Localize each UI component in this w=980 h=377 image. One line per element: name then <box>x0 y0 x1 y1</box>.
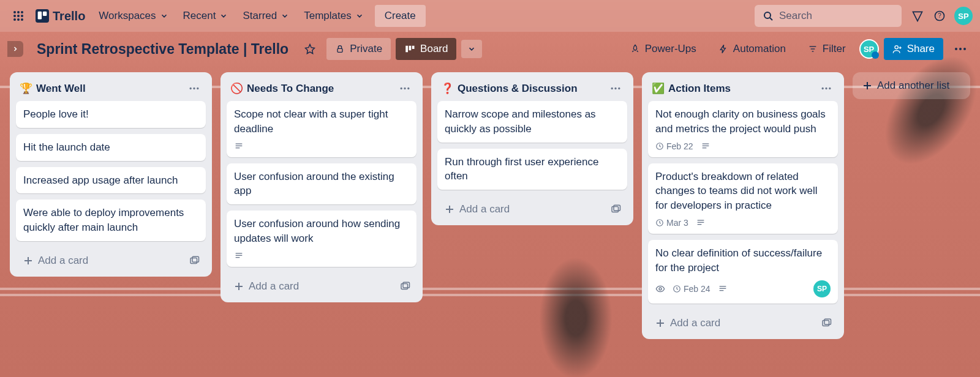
description-icon <box>234 251 244 261</box>
power-ups-button[interactable]: Power-Ups <box>622 38 705 60</box>
description-icon <box>701 141 710 151</box>
svg-point-23 <box>895 46 898 49</box>
board-member-avatar[interactable]: SP <box>859 39 879 59</box>
dots-icon <box>610 87 621 90</box>
list-menu-button[interactable] <box>186 86 202 91</box>
board-icon <box>404 43 415 54</box>
card-template-button[interactable] <box>608 201 624 217</box>
svg-rect-19 <box>412 46 415 49</box>
chevron-down-icon <box>355 12 364 20</box>
star-button[interactable] <box>298 39 322 59</box>
notifications-icon[interactable] <box>907 5 929 27</box>
dots-icon <box>399 87 410 90</box>
nav-templates[interactable]: Templates <box>296 5 371 27</box>
board-view-button[interactable]: Board <box>396 38 456 60</box>
chevron-down-icon <box>467 45 476 53</box>
visibility-label: Private <box>350 43 382 55</box>
dots-icon <box>821 87 832 90</box>
svg-point-50 <box>614 88 616 89</box>
filter-button[interactable]: Filter <box>799 38 854 60</box>
svg-point-8 <box>21 18 23 21</box>
chevron-down-icon <box>160 12 168 20</box>
logo[interactable]: Trello <box>29 9 91 23</box>
card[interactable]: Scope not clear with a super tight deadl… <box>227 101 417 157</box>
create-button[interactable]: Create <box>375 5 426 27</box>
share-button[interactable]: Share <box>884 38 943 60</box>
add-list-button[interactable]: Add another list <box>853 72 970 99</box>
svg-rect-75 <box>824 319 831 324</box>
add-card-button[interactable]: Add a card <box>230 278 397 295</box>
add-card-button[interactable]: Add a card <box>441 201 608 218</box>
svg-rect-74 <box>823 320 829 326</box>
card[interactable]: User confusion around how sending update… <box>227 211 417 267</box>
view-switcher-button[interactable] <box>461 40 482 58</box>
card[interactable]: No clear definition of success/failure f… <box>648 240 838 304</box>
help-icon[interactable]: ? <box>929 5 951 27</box>
search-placeholder: Search <box>779 10 812 22</box>
svg-point-37 <box>404 88 405 89</box>
svg-rect-35 <box>192 256 199 262</box>
description-badge <box>718 284 728 294</box>
card[interactable]: Run through first user experience often <box>437 149 627 190</box>
svg-point-38 <box>407 88 409 89</box>
card-template-button[interactable] <box>397 278 413 294</box>
svg-point-67 <box>659 288 662 290</box>
apps-icon[interactable] <box>7 5 29 27</box>
description-badge <box>234 251 244 261</box>
card-template-icon <box>189 255 200 266</box>
add-card-button[interactable]: Add a card <box>20 252 186 269</box>
due-badge: Mar 3 <box>655 218 688 228</box>
dots-icon <box>189 87 200 90</box>
list-menu-button[interactable] <box>397 86 413 91</box>
nav-recent-label: Recent <box>183 10 216 22</box>
card-title: User confusion around how sending update… <box>234 217 409 246</box>
add-card-button[interactable]: Add a card <box>652 315 818 332</box>
card[interactable]: People love it! <box>16 101 206 128</box>
card[interactable]: Narrow scope and milestones as quickly a… <box>437 101 627 143</box>
automation-button[interactable]: Automation <box>710 38 794 60</box>
due-badge: Feb 24 <box>673 284 710 294</box>
list-menu-button[interactable] <box>608 86 624 91</box>
description-badge <box>696 218 706 228</box>
board-title[interactable]: Sprint Retrospective Template | Trello <box>32 39 293 60</box>
svg-point-4 <box>17 15 20 17</box>
card[interactable]: Were able to deploy improvements quickly… <box>16 200 206 241</box>
svg-point-58 <box>829 88 831 89</box>
search-input[interactable]: Search <box>755 5 902 27</box>
expand-sidebar-button[interactable] <box>7 41 23 57</box>
svg-point-7 <box>17 18 20 21</box>
list-title[interactable]: 🏆Went Well <box>20 82 86 95</box>
board-menu-button[interactable] <box>948 42 973 56</box>
card-title: Product's breakdown of related changes t… <box>655 170 831 213</box>
card[interactable]: Hit the launch date <box>16 134 206 161</box>
nav-recent[interactable]: Recent <box>176 5 236 27</box>
clock-icon <box>655 142 664 151</box>
svg-point-27 <box>959 48 962 50</box>
card[interactable]: Not enough clarity on business goals and… <box>648 101 838 157</box>
card[interactable]: User confusion around the existing app <box>227 163 417 205</box>
list-title[interactable]: 🚫Needs To Change <box>230 82 334 95</box>
svg-point-30 <box>193 88 195 89</box>
nav-starred[interactable]: Starred <box>235 5 296 27</box>
due-badge: Feb 22 <box>655 141 693 151</box>
list: ❓Questions & DiscussionNarrow scope and … <box>431 72 633 225</box>
list-menu-button[interactable] <box>818 86 834 91</box>
dots-icon <box>954 47 967 51</box>
svg-point-57 <box>825 88 827 89</box>
visibility-button[interactable]: Private <box>326 38 391 60</box>
card-member-avatar[interactable]: SP <box>813 280 831 297</box>
card[interactable]: Product's breakdown of related changes t… <box>648 163 838 234</box>
nav-workspaces[interactable]: Workspaces <box>91 5 175 27</box>
clock-icon <box>673 285 681 293</box>
card[interactable]: Increased app usage after launch <box>16 167 206 194</box>
filter-label: Filter <box>823 43 846 55</box>
chevron-down-icon <box>281 12 289 20</box>
list-title[interactable]: ❓Questions & Discussion <box>441 82 578 95</box>
list: 🚫Needs To ChangeScope not clear with a s… <box>221 72 423 302</box>
user-avatar[interactable]: SP <box>954 7 973 25</box>
card-template-button[interactable] <box>186 253 202 269</box>
card-template-button[interactable] <box>818 315 834 331</box>
description-icon <box>234 141 244 151</box>
list-title[interactable]: ✅Action Items <box>652 82 731 95</box>
description-badge <box>234 141 244 151</box>
